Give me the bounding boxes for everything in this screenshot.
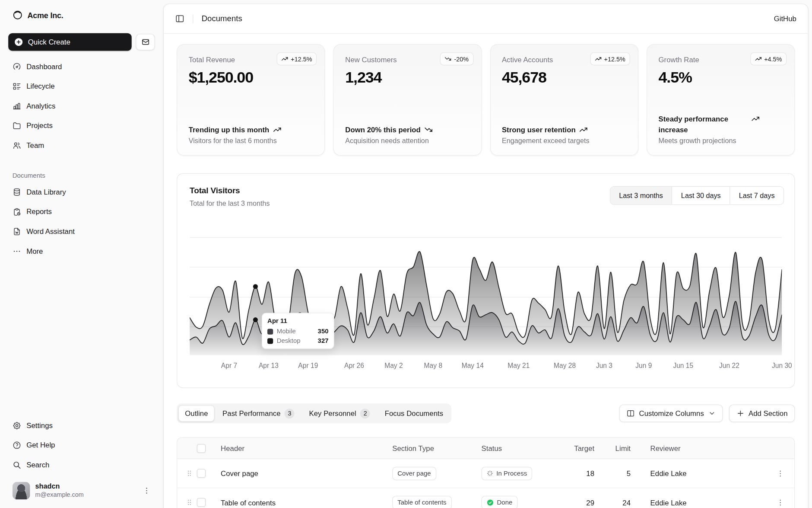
- tab-focus-documents[interactable]: Focus Documents: [378, 405, 450, 422]
- x-tick-label: Jun 9: [635, 361, 652, 369]
- col-status: Status: [482, 444, 570, 452]
- target-cell[interactable]: 18: [569, 469, 601, 477]
- customize-columns-button[interactable]: Customize Columns: [619, 405, 723, 422]
- tab-label: Focus Documents: [385, 409, 443, 418]
- avatar: [13, 482, 30, 500]
- sidebar-item-dashboard[interactable]: Dashboard: [8, 58, 155, 74]
- trend-badge: +12.5%: [590, 52, 630, 65]
- drag-handle[interactable]: [181, 470, 197, 477]
- range-last-30-days[interactable]: Last 30 days: [672, 187, 730, 204]
- inbox-button[interactable]: [136, 34, 155, 50]
- reviewer-cell[interactable]: Eddie Lake: [642, 498, 766, 506]
- sidebar-item-analytics[interactable]: Analytics: [8, 98, 155, 114]
- row-actions[interactable]: [766, 498, 794, 506]
- tab-past-performance[interactable]: Past Performance 3: [216, 405, 301, 422]
- tab-key-personnel[interactable]: Key Personnel 2: [302, 405, 377, 422]
- table-header-row: Header Section Type Status Target Limit …: [177, 438, 794, 459]
- stat-footer: Trending up this month Visitors for the …: [189, 125, 313, 145]
- search-icon: [13, 460, 21, 469]
- chart-tooltip: Apr 11 Mobile 350 Desktop 327: [262, 313, 334, 349]
- file-word-icon: [13, 227, 21, 236]
- row-header-cell[interactable]: Table of contents: [215, 498, 392, 506]
- limit-cell[interactable]: 5: [602, 469, 642, 477]
- sidebar-item-more[interactable]: More: [8, 243, 155, 259]
- x-tick-label: Jun 3: [596, 361, 612, 369]
- sidebar-item-label: Lifecycle: [26, 82, 54, 90]
- content: Total Revenue +12.5% $1,250.00 Trending …: [164, 34, 808, 508]
- x-tick-label: Apr 13: [259, 361, 279, 369]
- trending-up-icon: [595, 55, 602, 62]
- report-icon: [13, 207, 21, 216]
- range-last-7-days[interactable]: Last 7 days: [730, 187, 783, 204]
- row-actions[interactable]: [766, 469, 794, 477]
- visitors-chart-card: Total Visitors Total for the last 3 mont…: [177, 173, 795, 388]
- select-all-checkbox-cell: [197, 444, 215, 452]
- x-tick-label: May 2: [384, 361, 403, 369]
- sidebar-item-label: Search: [26, 460, 49, 469]
- x-axis-labels: Apr 7Apr 13Apr 19Apr 26May 2May 8May 14M…: [190, 361, 782, 371]
- limit-cell[interactable]: 24: [602, 498, 642, 506]
- stat-footer: Steady performance increase Meets growth…: [659, 114, 783, 144]
- sidebar-item-projects[interactable]: Projects: [8, 117, 155, 134]
- stat-card-total-revenue: Total Revenue +12.5% $1,250.00 Trending …: [177, 44, 325, 156]
- main-nav: Dashboard Lifecycle Analytics Projects T…: [8, 58, 155, 153]
- columns-icon: [627, 409, 635, 418]
- col-target: Target: [569, 444, 601, 452]
- tabs-list: Outline Past Performance 3 Key Personnel…: [177, 403, 451, 423]
- tooltip-series-value: 327: [318, 337, 329, 345]
- tooltip-series-label: Desktop: [277, 337, 314, 345]
- x-tick-label: Jun 30: [772, 361, 792, 369]
- stat-line1: Down 20% this period: [345, 125, 421, 135]
- sections-table: Header Section Type Status Target Limit …: [177, 437, 795, 508]
- status-cell: Done: [482, 495, 570, 508]
- footer-nav: Settings Get Help Search: [8, 417, 155, 473]
- stat-line2: Engagement exceed targets: [502, 137, 626, 145]
- sidebar-item-data-library[interactable]: Data Library: [8, 184, 155, 200]
- row-header-cell[interactable]: Cover page: [215, 469, 392, 477]
- section-type-cell: Cover page: [392, 466, 481, 480]
- sidebar-item-team[interactable]: Team: [8, 137, 155, 153]
- sidebar-item-reports[interactable]: Reports: [8, 203, 155, 220]
- brand[interactable]: Acme Inc.: [8, 6, 155, 24]
- trending-down-icon: [445, 55, 452, 62]
- gear-icon: [13, 421, 21, 430]
- table-row: Table of contents Table of contents Done…: [177, 488, 794, 508]
- tooltip-series-value: 350: [318, 328, 329, 335]
- range-last-3-months[interactable]: Last 3 months: [610, 187, 672, 204]
- dots-vertical-icon: [776, 498, 784, 506]
- trend-badge: +12.5%: [277, 52, 317, 65]
- page-title: Documents: [202, 14, 242, 23]
- reviewer-cell[interactable]: Eddie Lake: [642, 469, 766, 477]
- target-cell[interactable]: 29: [569, 498, 601, 506]
- row-checkbox[interactable]: [197, 469, 206, 478]
- select-all-checkbox[interactable]: [197, 444, 206, 452]
- documents-nav: Data Library Reports Word Assistant More: [8, 184, 155, 259]
- main-header: Documents GitHub: [164, 4, 808, 34]
- status-label: Done: [497, 499, 513, 506]
- trend-badge: -20%: [440, 52, 473, 65]
- grip-vertical-icon: [185, 498, 193, 506]
- add-section-button[interactable]: Add Section: [729, 405, 795, 422]
- drag-handle[interactable]: [181, 498, 197, 506]
- section-type-cell: Table of contents: [392, 495, 481, 508]
- quick-create-button[interactable]: Quick Create: [8, 33, 132, 51]
- x-tick-label: May 14: [462, 361, 484, 369]
- user-menu[interactable]: shadcn m@example.com: [8, 478, 155, 503]
- chart-bar-icon: [13, 102, 21, 110]
- dashboard-icon: [13, 62, 21, 70]
- row-checkbox[interactable]: [197, 498, 206, 507]
- tab-outline[interactable]: Outline: [178, 405, 215, 422]
- sidebar-item-get-help[interactable]: Get Help: [8, 437, 155, 453]
- sidebar-item-lifecycle[interactable]: Lifecycle: [8, 78, 155, 94]
- status-badge-in-process: In Process: [482, 466, 533, 480]
- github-link[interactable]: GitHub: [774, 15, 796, 23]
- sidebar-item-search[interactable]: Search: [8, 457, 155, 473]
- stat-line2: Meets growth projections: [659, 137, 783, 145]
- table-row: Cover page Cover page In Process 18 5: [177, 459, 794, 488]
- sidebar-toggle-icon[interactable]: [175, 14, 184, 23]
- dots-vertical-icon[interactable]: [143, 486, 151, 495]
- sidebar-item-word-assistant[interactable]: Word Assistant: [8, 223, 155, 240]
- tooltip-series-label: Mobile: [277, 328, 314, 335]
- sidebar-item-settings[interactable]: Settings: [8, 417, 155, 434]
- tab-count-badge: 2: [360, 409, 370, 419]
